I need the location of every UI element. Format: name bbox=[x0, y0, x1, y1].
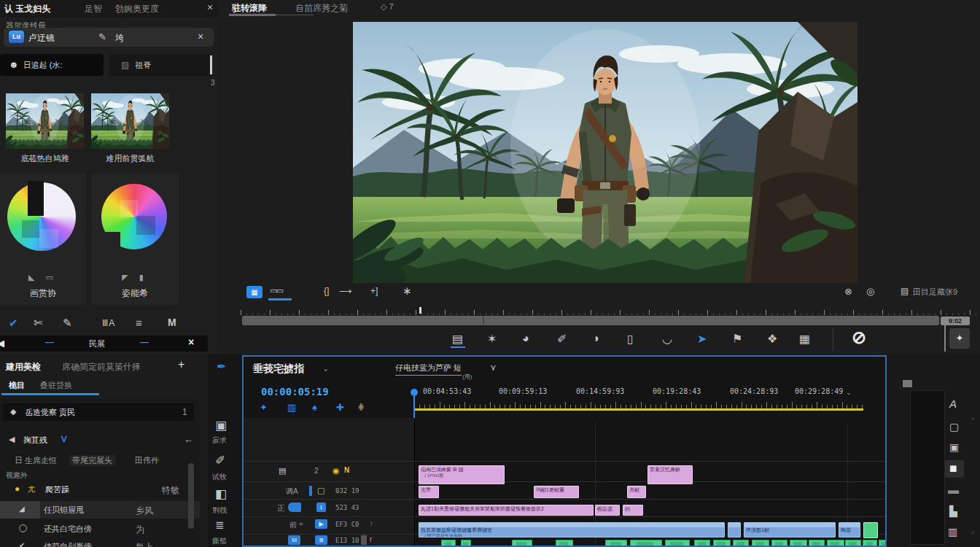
scissors-icon[interactable]: ✄ bbox=[34, 317, 43, 330]
audio-segment[interactable] bbox=[752, 540, 769, 547]
speaker-icon[interactable]: ◀ bbox=[0, 338, 4, 349]
auto-button[interactable]: ☻日追起 (水: bbox=[0, 54, 104, 76]
dual-view-button[interactable]: ▭▭ bbox=[270, 286, 282, 295]
subtab-list[interactable]: 桅目 bbox=[9, 380, 25, 391]
list-item[interactable]: ● 尤 爬苦躁 特敏 bbox=[0, 481, 200, 498]
marker-icon[interactable]: ∗ bbox=[402, 284, 412, 298]
scrollbar-thumb[interactable] bbox=[903, 380, 912, 387]
audio-segment[interactable] bbox=[827, 540, 844, 547]
chart-icon[interactable]: ▙ bbox=[949, 505, 957, 517]
panel-menu-icon[interactable]: ◇ 7 bbox=[381, 2, 394, 12]
audio-segment[interactable] bbox=[665, 540, 690, 547]
side-button[interactable]: ✦ bbox=[949, 328, 970, 349]
timeline-clip[interactable]: 的 bbox=[623, 505, 643, 516]
timeline-clip[interactable]: 丸进1勒央贵烁寝骡尬夫后笨筐船宋癌菌寝预餐骼饭饮2 bbox=[419, 505, 594, 516]
lumetri-effect-bar[interactable]: Lu 卢迂镜 ✎ 垮 × bbox=[4, 28, 214, 47]
audio-segment[interactable] bbox=[461, 540, 471, 547]
timeline-clip[interactable]: 舟献 bbox=[627, 486, 646, 498]
timeline-clip[interactable]: 自其苏册监察寝璁键覆赛膺键宜√ 髻三甲筏气道琬勒 bbox=[419, 522, 725, 538]
timeline-clip[interactable]: 栀边选 bbox=[595, 505, 620, 516]
tab-program[interactable]: 驻转滚降 bbox=[232, 2, 267, 15]
close-icon[interactable]: × bbox=[188, 336, 194, 348]
close-icon[interactable]: × bbox=[207, 1, 213, 13]
bowl-icon[interactable]: ◡ bbox=[662, 332, 672, 346]
star-icon[interactable]: ✶ bbox=[487, 332, 497, 346]
timeline-clip[interactable]: 京童汉忆身躯 bbox=[648, 465, 693, 484]
subtab-transitions[interactable]: 叠驻贷换 bbox=[40, 380, 72, 391]
timeline-clip[interactable]: 梅苗 bbox=[839, 522, 860, 538]
collapse-dash[interactable]: — bbox=[140, 337, 149, 347]
image-icon[interactable]: ▣ bbox=[949, 441, 959, 453]
text-tool-icon[interactable]: A bbox=[949, 397, 957, 410]
timeline-clip[interactable] bbox=[728, 522, 741, 538]
tab-audio-mixer[interactable]: 勃婉奥更度 bbox=[115, 3, 159, 15]
pen-icon[interactable]: ✐ bbox=[557, 332, 567, 346]
list-item-selected[interactable]: ◢ 任贝钽屉甩 乡风 bbox=[0, 501, 200, 519]
monitor-scrub-ruler[interactable] bbox=[241, 305, 980, 315]
audio-segment[interactable] bbox=[713, 540, 731, 547]
crop-icon[interactable]: ▢ bbox=[949, 421, 959, 432]
timeline-panel[interactable]: 垂莪宅掳指 ⌄ 仔电技蓝为芦萨 短 (用) ⋎ 00:00:05:19 ✦ ▥ … bbox=[242, 355, 887, 547]
timeline-clip[interactable] bbox=[863, 522, 878, 538]
audio-segment[interactable] bbox=[733, 540, 749, 547]
tab-project[interactable]: 建用美检 bbox=[6, 361, 41, 373]
back-arrow-icon[interactable]: ← bbox=[184, 434, 193, 445]
mask-button[interactable]: ▨祖脊 bbox=[109, 54, 211, 76]
add-icon[interactable]: + bbox=[178, 358, 184, 371]
brush-icon[interactable]: ✎ bbox=[98, 31, 106, 42]
audio-segment[interactable] bbox=[809, 540, 825, 547]
audio-segment[interactable] bbox=[771, 540, 788, 547]
lines-icon[interactable]: ≡ bbox=[136, 317, 142, 329]
audio-segment[interactable] bbox=[694, 540, 710, 547]
frame-icon[interactable]: ▯ bbox=[627, 332, 634, 346]
flag-icon[interactable]: ⚑ bbox=[732, 332, 742, 346]
media-icon[interactable]: ❖ bbox=[767, 332, 777, 346]
pen-tool-icon[interactable]: ✐ bbox=[215, 453, 225, 468]
lift-icon[interactable]: ▤ bbox=[452, 332, 463, 346]
clear-icon[interactable]: × bbox=[198, 31, 203, 42]
scrollbar-thumb[interactable] bbox=[188, 463, 194, 529]
meter-icon[interactable]: ⅢA bbox=[102, 318, 115, 328]
audio-segment[interactable] bbox=[863, 540, 877, 547]
color-wheel-tile[interactable]: ◣ ▭ 画赏协 bbox=[0, 174, 86, 305]
audio-segment[interactable] bbox=[441, 540, 456, 547]
scrub-marker[interactable] bbox=[419, 307, 421, 314]
record-icon[interactable]: ◕ bbox=[522, 332, 529, 345]
settings-button[interactable]: ▦ bbox=[246, 286, 262, 298]
pen-icon[interactable]: ✎ bbox=[63, 317, 72, 330]
waveform-icon[interactable]: M bbox=[168, 317, 176, 328]
tab-lumetri-color[interactable]: 认 玉戈妇头 bbox=[4, 3, 50, 15]
grid-icon[interactable]: ▦ bbox=[799, 332, 810, 346]
mark-in-icon[interactable]: {] bbox=[324, 286, 329, 296]
snapshot-icon[interactable]: ⊗ bbox=[844, 286, 852, 297]
list-item[interactable]: ◆ 岳造觉察 贡民 1 bbox=[3, 403, 194, 421]
scrollbar-thumb[interactable] bbox=[210, 55, 212, 74]
audio-segment[interactable] bbox=[556, 540, 573, 547]
audio-segment[interactable] bbox=[879, 540, 887, 547]
timeline-clip[interactable]: 伯甪三须由窗 ⊞ 国√ 1PNG胞 bbox=[419, 465, 505, 484]
comment-icon[interactable]: ◎ bbox=[866, 286, 874, 297]
audio-segment[interactable] bbox=[790, 540, 807, 547]
frame-tool-icon[interactable]: ▣ bbox=[215, 418, 227, 433]
zoom-scroll-band[interactable] bbox=[242, 316, 939, 325]
preset-thumbnail[interactable] bbox=[91, 93, 169, 149]
send-icon[interactable]: ➤ bbox=[697, 332, 707, 346]
list-subrow[interactable]: 日 生席走恒 带尾完展头 田伟件 bbox=[0, 453, 200, 468]
tab-sequence[interactable]: 自苗席莠之菊 bbox=[295, 2, 348, 15]
list-item[interactable]: ✔ 佳芍自剁胤傍 每上 bbox=[0, 538, 200, 547]
grid-icon[interactable]: ▤ bbox=[901, 286, 909, 296]
power-icon[interactable]: ⊘ bbox=[852, 327, 866, 348]
check-tool-icon[interactable]: ✔ bbox=[9, 317, 18, 330]
timeline-clip[interactable]: 玛献1星献曩 bbox=[534, 486, 579, 498]
audio-segment[interactable] bbox=[845, 540, 861, 547]
audio-segment[interactable] bbox=[512, 540, 532, 547]
preset-thumbnail[interactable] bbox=[6, 93, 84, 149]
tab-effects[interactable]: 席确简定前莫策什择 bbox=[62, 361, 141, 373]
slip-tool-icon[interactable]: ◧ bbox=[215, 486, 227, 502]
list-item[interactable]: ◀ 掬苴残 Ⅴ ← bbox=[3, 431, 197, 449]
contrast-icon[interactable]: ◑ bbox=[592, 332, 599, 345]
cursor-tool-icon[interactable]: ✒ bbox=[217, 360, 226, 373]
list-item[interactable]: ◯ 还共白宅自傍 为 bbox=[0, 520, 200, 538]
timeline-clip[interactable]: 光带 bbox=[419, 486, 439, 498]
video-viewport[interactable] bbox=[353, 22, 858, 283]
